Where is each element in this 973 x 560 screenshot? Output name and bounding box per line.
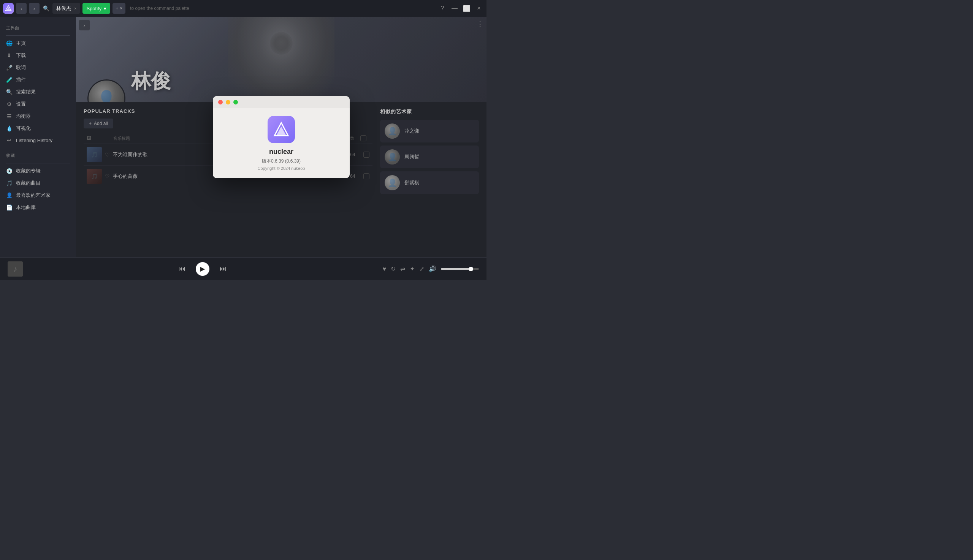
new-tab-button[interactable]: + × (112, 3, 125, 14)
next-button[interactable]: ⏭ (217, 263, 229, 275)
back-button[interactable]: ‹ (16, 3, 27, 14)
sidebar: 主界面 🌐 主页 ⬇ 下载 🎤 歌词 🧪 插件 🔍 搜索结果 ⚙ 设置 ☰ 均衡… (0, 17, 76, 257)
volume-slider[interactable] (441, 268, 479, 270)
sidebar-item-visualizer[interactable]: 💧 可视化 (0, 122, 76, 135)
shuffle-button[interactable]: ⇌ (400, 265, 405, 272)
expand-button[interactable]: ⤢ (419, 265, 424, 272)
sidebar-divider-2 (6, 163, 70, 163)
sidebar-item-lyrics[interactable]: 🎤 歌词 (0, 62, 76, 74)
sidebar-item-settings[interactable]: ⚙ 设置 (0, 98, 76, 110)
tab-close-icon[interactable]: × (74, 6, 77, 11)
volume-icon: 🔊 (429, 265, 436, 272)
about-copyright: Copyright © 2024 nukeop (258, 166, 305, 171)
player-bar: ♪ ⏮ ▶ ⏭ ♥ ↻ ⇌ ✦ ⤢ 🔊 (0, 257, 486, 280)
about-app-icon (267, 116, 295, 143)
play-button[interactable]: ▶ (196, 262, 209, 276)
heart-button[interactable]: ♥ (383, 265, 387, 272)
history-icon: ↩ (6, 137, 12, 143)
settings-icon: ⚙ (6, 101, 12, 107)
about-app-icon-inner (273, 121, 290, 138)
player-controls: ⏮ ▶ ⏭ (29, 262, 377, 276)
sidebar-item-search[interactable]: 🔍 搜索结果 (0, 86, 76, 98)
download-icon: ⬇ (6, 52, 12, 58)
content-area: › ⋮ 👤 林俊 POPULAR TRACKS + Add all (76, 17, 486, 257)
sidebar-divider-1 (6, 35, 70, 36)
sidebar-item-history[interactable]: ↩ Listening History (0, 135, 76, 146)
about-version: 版本0.6.39 (0.6.39) (262, 158, 300, 165)
volume-thumb (469, 267, 473, 271)
visualizer-icon: 💧 (6, 125, 12, 132)
traffic-light-red[interactable] (218, 100, 223, 105)
maximize-button[interactable]: ⬜ (462, 4, 471, 13)
about-dialog-body: nuclear 版本0.6.39 (0.6.39) Copyright © 20… (213, 108, 350, 178)
sidebar-item-home[interactable]: 🌐 主页 (0, 37, 76, 49)
sidebar-item-plugins[interactable]: 🧪 插件 (0, 74, 76, 86)
home-icon: 🌐 (6, 40, 12, 47)
titlebar: ‹ › 🔍 林俊杰 × Spotify ▾ + × to open the co… (0, 0, 486, 17)
plugins-icon: 🧪 (6, 77, 12, 83)
traffic-light-green[interactable] (234, 100, 238, 105)
sidebar-item-albums[interactable]: 💿 收藏的专辑 (0, 165, 76, 177)
sidebar-main-section-label: 主界面 (0, 23, 76, 34)
about-dialog-overlay[interactable]: nuclear 版本0.6.39 (0.6.39) Copyright © 20… (76, 17, 486, 257)
help-button[interactable]: ? (438, 4, 447, 13)
about-dialog-titlebar (213, 96, 350, 108)
local-library-icon: 📄 (6, 204, 12, 210)
sidebar-item-download[interactable]: ⬇ 下载 (0, 49, 76, 62)
spotify-tab[interactable]: Spotify ▾ (82, 3, 110, 14)
minimize-button[interactable]: — (450, 4, 459, 13)
sidebar-collection-label: 收藏 (0, 150, 76, 162)
search-results-icon: 🔍 (6, 89, 12, 95)
about-app-name: nuclear (269, 148, 294, 156)
search-icon[interactable]: 🔍 (42, 3, 50, 14)
now-playing-thumbnail: ♪ (8, 262, 23, 277)
repeat-button[interactable]: ↻ (391, 265, 396, 272)
about-dialog: nuclear 版本0.6.39 (0.6.39) Copyright © 20… (213, 96, 350, 178)
tracks-icon: 🎵 (6, 180, 12, 186)
player-right-controls: ♥ ↻ ⇌ ✦ ⤢ 🔊 (383, 265, 479, 272)
artist-tab[interactable]: 林俊杰 × (52, 3, 80, 14)
volume-fill (441, 268, 469, 270)
titlebar-right: ? — ⬜ × (438, 4, 484, 13)
equalizer-icon: ☰ (6, 113, 12, 119)
command-palette-hint: to open the command palette (130, 6, 189, 11)
albums-icon: 💿 (6, 168, 12, 174)
forward-button[interactable]: › (29, 3, 40, 14)
prev-button[interactable]: ⏮ (176, 263, 188, 275)
sidebar-item-equalizer[interactable]: ☰ 均衡器 (0, 110, 76, 122)
traffic-light-yellow[interactable] (226, 100, 230, 105)
sidebar-item-tracks[interactable]: 🎵 收藏的曲目 (0, 177, 76, 189)
sidebar-item-local[interactable]: 📄 本地曲库 (0, 202, 76, 213)
lyrics-icon: 🎤 (6, 65, 12, 71)
fav-artists-icon: 👤 (6, 192, 12, 198)
effects-button[interactable]: ✦ (410, 265, 415, 272)
sidebar-item-fav-artists[interactable]: 👤 最喜欢的艺术家 (0, 189, 76, 202)
main-layout: 主界面 🌐 主页 ⬇ 下载 🎤 歌词 🧪 插件 🔍 搜索结果 ⚙ 设置 ☰ 均衡… (0, 17, 486, 257)
app-logo[interactable] (3, 3, 14, 14)
window-close-button[interactable]: × (474, 4, 484, 13)
